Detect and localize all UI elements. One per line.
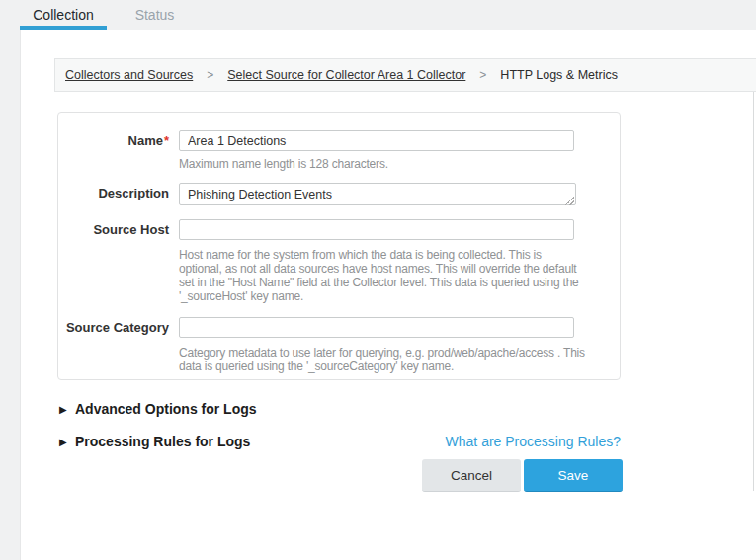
save-button[interactable]: Save [524, 459, 623, 492]
name-row: Name* Maximum name length is 128 charact… [58, 130, 620, 171]
source-category-input[interactable] [179, 317, 574, 338]
helper-line: optional, as not all data sources have h… [179, 262, 576, 276]
expander-triangle-icon: ▶ [59, 404, 75, 415]
name-label: Name* [58, 130, 169, 148]
processing-rules-section: ▶ Processing Rules for Logs What are Pro… [57, 434, 623, 449]
source-category-row: Source Category Category metadata to use… [58, 317, 620, 373]
advanced-options-toggle[interactable]: ▶ Advanced Options for Logs [57, 401, 257, 417]
tab-collection[interactable]: Collection [20, 0, 107, 30]
source-config-card: Name* Maximum name length is 128 charact… [57, 112, 621, 380]
description-textarea[interactable]: Phishing Detection Events [179, 183, 576, 205]
advanced-options-section: ▶ Advanced Options for Logs [57, 401, 623, 417]
processing-rules-title: Processing Rules for Logs [75, 434, 250, 449]
helper-line: Host name for the system from which the … [179, 248, 576, 262]
source-category-label: Source Category [58, 317, 169, 335]
processing-rules-toggle[interactable]: ▶ Processing Rules for Logs [57, 434, 250, 449]
required-asterisk: * [164, 133, 169, 148]
breadcrumb-select-source[interactable]: Select Source for Collector Area 1 Colle… [227, 68, 465, 82]
tab-bar: Collection Status [0, 0, 756, 30]
source-host-input[interactable] [179, 219, 574, 240]
breadcrumb: Collectors and Sources > Select Source f… [54, 58, 756, 92]
breadcrumb-separator-icon: > [207, 68, 213, 82]
cancel-button[interactable]: Cancel [422, 459, 521, 492]
resize-handle-icon[interactable] [564, 196, 574, 205]
source-host-row: Source Host Host name for the system fro… [58, 219, 620, 303]
tab-status[interactable]: Status [120, 0, 190, 30]
helper-line: Category metadata to use later for query… [179, 346, 576, 360]
name-helper-text: Maximum name length is 128 characters. [179, 157, 576, 171]
description-label: Description [58, 183, 169, 200]
panel-right-border [753, 92, 754, 491]
helper-line: data is queried using the '_sourceCatego… [179, 360, 576, 373]
source-host-label: Source Host [58, 219, 169, 237]
breadcrumb-separator-icon: > [479, 68, 486, 82]
advanced-options-title: Advanced Options for Logs [75, 401, 257, 417]
name-label-text: Name [128, 133, 163, 148]
form-content: Name* Maximum name length is 128 charact… [57, 112, 623, 492]
breadcrumb-current-page: HTTP Logs & Metrics [500, 68, 618, 82]
helper-line: set in the "Host Name" field at the Coll… [179, 276, 576, 289]
action-button-row: Cancel Save [57, 459, 623, 492]
source-category-helper-text: Category metadata to use later for query… [179, 346, 576, 373]
breadcrumb-collectors-and-sources[interactable]: Collectors and Sources [65, 68, 193, 82]
description-row: Description Phishing Detection Events [58, 183, 620, 209]
helper-line: '_sourceHost' key name. [179, 289, 576, 303]
source-host-helper-text: Host name for the system from which the … [179, 248, 576, 303]
name-input[interactable] [179, 130, 574, 151]
what-are-processing-rules-link[interactable]: What are Processing Rules? [446, 434, 621, 449]
expander-triangle-icon: ▶ [59, 437, 75, 447]
